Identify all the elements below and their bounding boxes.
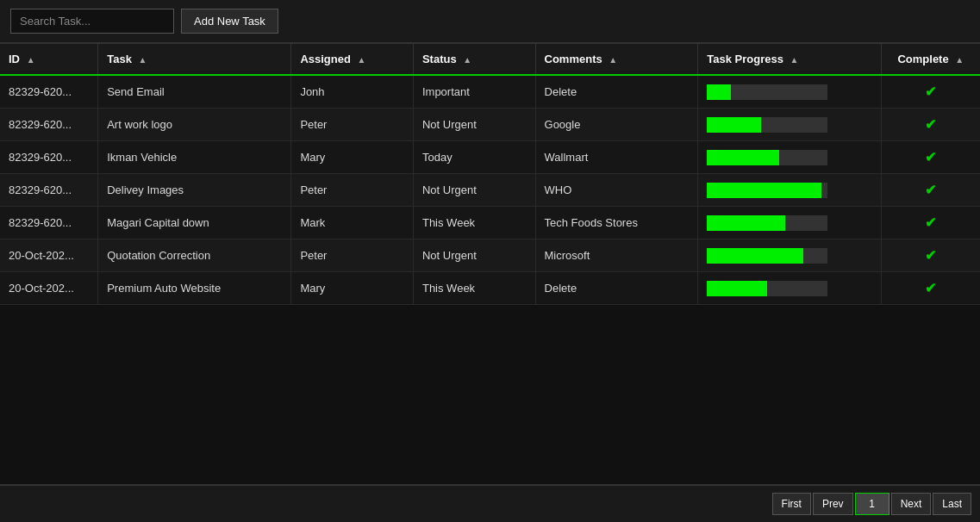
progress-bar-bg: [707, 84, 827, 100]
cell-status: Today: [413, 141, 535, 174]
progress-bar-bg: [707, 248, 827, 264]
cell-id: 82329-620...: [0, 75, 98, 109]
cell-task: Premium Auto Website: [98, 272, 291, 305]
cell-status: Not Urgent: [413, 109, 535, 141]
table-header-row: ID ▲ Task ▲ Assigned ▲ Status ▲ Comments: [0, 44, 980, 75]
check-icon: ✔: [890, 280, 971, 296]
progress-bar-fill: [707, 84, 731, 100]
progress-bar-bg: [707, 117, 827, 133]
cell-progress: [698, 109, 881, 141]
cell-complete: ✔: [881, 109, 980, 141]
cell-task: Ikman Vehicle: [98, 141, 291, 174]
cell-task: Quotation Correction: [98, 239, 291, 272]
next-page-button[interactable]: Next: [891, 493, 932, 515]
col-header-comments[interactable]: Comments ▲: [535, 44, 698, 75]
sort-arrow-task: ▲: [139, 55, 147, 65]
cell-id: 82329-620...: [0, 207, 98, 239]
cell-comments: Wallmart: [535, 141, 698, 174]
cell-status: Not Urgent: [413, 239, 535, 272]
progress-bar-fill: [707, 117, 761, 133]
cell-comments: Google: [535, 109, 698, 141]
task-table: ID ▲ Task ▲ Assigned ▲ Status ▲ Comments: [0, 44, 980, 305]
current-page-button[interactable]: 1: [855, 493, 889, 515]
cell-assigned: Jonh: [291, 75, 414, 109]
progress-bar-bg: [707, 150, 827, 165]
prev-page-button[interactable]: Prev: [813, 493, 853, 515]
check-icon: ✔: [890, 84, 971, 100]
col-header-id[interactable]: ID ▲: [0, 44, 98, 75]
add-task-button[interactable]: Add New Task: [181, 9, 278, 34]
header: Add New Task: [0, 0, 980, 44]
sort-arrow-complete: ▲: [955, 55, 964, 65]
sort-arrow-id: ▲: [27, 55, 35, 65]
cell-complete: ✔: [881, 174, 980, 207]
cell-assigned: Mary: [291, 141, 414, 174]
cell-comments: Delete: [535, 75, 698, 109]
cell-id: 20-Oct-202...: [0, 272, 98, 305]
progress-bar-fill: [707, 248, 803, 264]
check-icon: ✔: [890, 247, 971, 264]
cell-comments: Delete: [535, 272, 698, 305]
cell-complete: ✔: [881, 75, 980, 109]
cell-comments: Tech Foods Stores: [535, 207, 698, 239]
sort-arrow-assigned: ▲: [358, 55, 366, 65]
table-row[interactable]: 82329-620... Delivey Images Peter Not Ur…: [0, 174, 980, 207]
cell-status: Important: [413, 75, 535, 109]
sort-arrow-progress: ▲: [790, 55, 799, 65]
table-row[interactable]: 20-Oct-202... Premium Auto Website Mary …: [0, 272, 980, 305]
cell-comments: WHO: [535, 174, 698, 207]
table-row[interactable]: 82329-620... Send Email Jonh Important D…: [0, 75, 980, 109]
col-header-complete[interactable]: Complete ▲: [881, 44, 980, 75]
col-header-status[interactable]: Status ▲: [413, 44, 535, 75]
cell-status: This Week: [413, 272, 535, 305]
cell-id: 20-Oct-202...: [0, 239, 98, 272]
last-page-button[interactable]: Last: [933, 493, 971, 515]
col-header-assigned[interactable]: Assigned ▲: [291, 44, 414, 75]
cell-progress: [698, 207, 881, 239]
pagination: First Prev 1 Next Last: [0, 484, 980, 522]
cell-complete: ✔: [881, 207, 980, 239]
cell-status: This Week: [413, 207, 535, 239]
progress-bar-fill: [707, 150, 779, 165]
progress-bar-bg: [707, 183, 827, 198]
sort-arrow-status: ▲: [463, 55, 471, 65]
cell-status: Not Urgent: [413, 174, 535, 207]
progress-bar-bg: [707, 281, 827, 296]
cell-comments: Microsoft: [535, 239, 698, 272]
cell-assigned: Peter: [291, 239, 414, 272]
cell-progress: [698, 141, 881, 174]
progress-bar-fill: [707, 183, 821, 198]
cell-id: 82329-620...: [0, 174, 98, 207]
cell-id: 82329-620...: [0, 109, 98, 141]
cell-progress: [698, 75, 881, 109]
cell-complete: ✔: [881, 239, 980, 272]
first-page-button[interactable]: First: [772, 493, 811, 515]
progress-bar-fill: [707, 215, 785, 231]
cell-complete: ✔: [881, 141, 980, 174]
cell-progress: [698, 174, 881, 207]
col-header-task[interactable]: Task ▲: [98, 44, 291, 75]
cell-assigned: Peter: [291, 109, 414, 141]
cell-assigned: Mary: [291, 272, 414, 305]
cell-assigned: Peter: [291, 174, 414, 207]
cell-assigned: Mark: [291, 207, 414, 239]
progress-bar-bg: [707, 215, 827, 231]
table-row[interactable]: 82329-620... Art work logo Peter Not Urg…: [0, 109, 980, 141]
cell-task: Delivey Images: [98, 174, 291, 207]
table-row[interactable]: 20-Oct-202... Quotation Correction Peter…: [0, 239, 980, 272]
table-row[interactable]: 82329-620... Ikman Vehicle Mary Today Wa…: [0, 141, 980, 174]
check-icon: ✔: [890, 149, 971, 165]
cell-progress: [698, 239, 881, 272]
col-header-progress[interactable]: Task Progress ▲: [698, 44, 881, 75]
cell-task: Send Email: [98, 75, 291, 109]
check-icon: ✔: [890, 116, 971, 133]
check-icon: ✔: [890, 182, 971, 198]
table-row[interactable]: 82329-620... Magari Capital down Mark Th…: [0, 207, 980, 239]
search-input[interactable]: [10, 9, 174, 34]
cell-complete: ✔: [881, 272, 980, 305]
cell-progress: [698, 272, 881, 305]
cell-id: 82329-620...: [0, 141, 98, 174]
sort-arrow-comments: ▲: [609, 55, 617, 65]
cell-task: Magari Capital down: [98, 207, 291, 239]
check-icon: ✔: [890, 214, 971, 231]
